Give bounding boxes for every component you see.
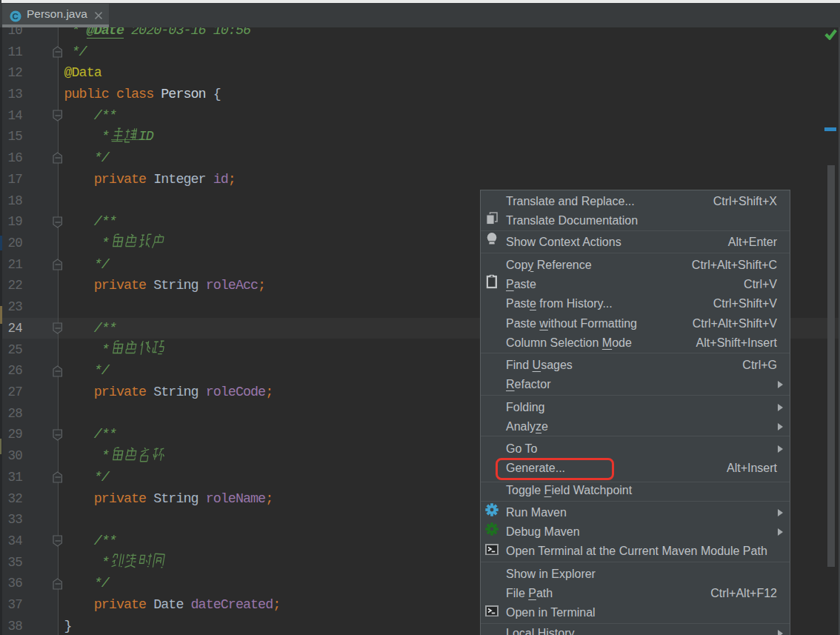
svg-text:C: C — [13, 12, 19, 21]
